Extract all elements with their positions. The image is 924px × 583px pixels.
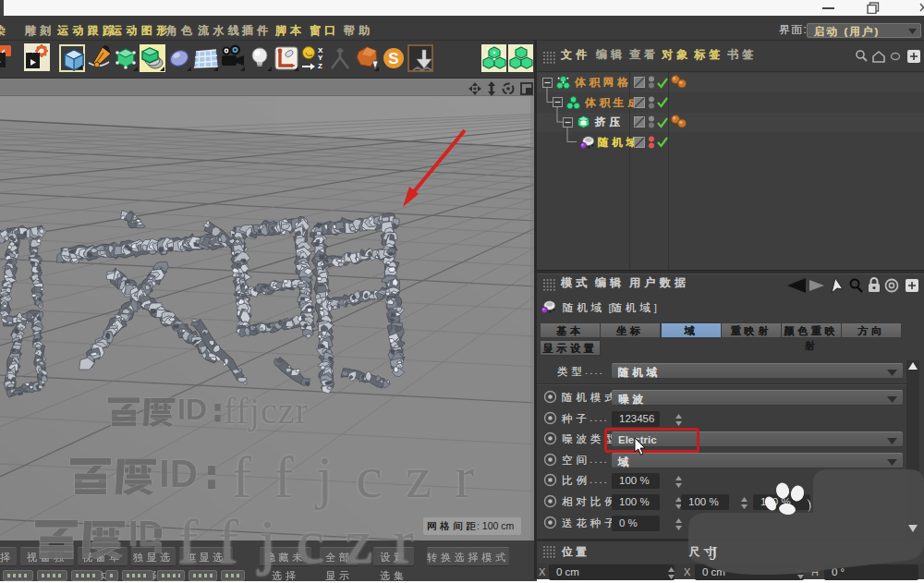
svg-text:Y: Y: [318, 54, 323, 62]
svg-text:Z: Z: [318, 62, 322, 70]
svg-text:S: S: [388, 50, 398, 67]
